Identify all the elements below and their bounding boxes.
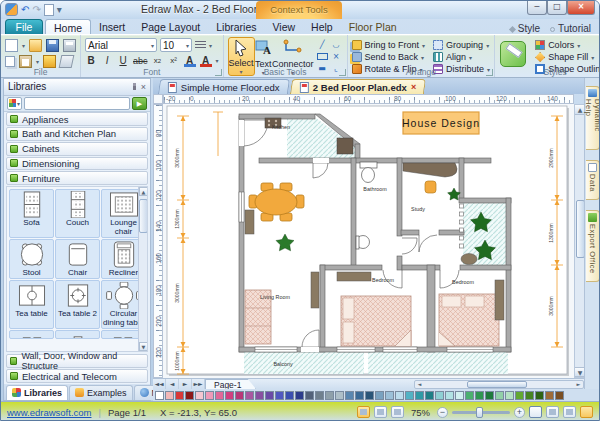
normal-view-icon[interactable] — [357, 406, 370, 418]
color-swatch[interactable] — [185, 391, 194, 400]
color-swatch[interactable] — [255, 391, 264, 400]
scrollbar-thumb[interactable] — [467, 381, 527, 388]
shape-tea-table-2[interactable]: Tea table 2 — [55, 280, 100, 329]
color-swatch[interactable] — [165, 391, 174, 400]
copy-icon[interactable] — [5, 56, 15, 67]
fit-page-icon[interactable] — [529, 406, 542, 418]
color-swatch[interactable] — [405, 391, 414, 400]
canvas-horizontal-scrollbar[interactable]: ◄ ► — [414, 380, 584, 389]
shape-fill-button[interactable]: Shape Fill▾ — [535, 52, 600, 62]
color-swatch[interactable] — [465, 391, 474, 400]
maximize-button[interactable]: □ — [547, 1, 567, 15]
zoom-in-button[interactable]: + — [514, 407, 525, 418]
file-menu-button[interactable]: File — [5, 19, 43, 34]
color-swatch[interactable] — [265, 391, 274, 400]
scroll-down-icon[interactable]: ▼ — [139, 342, 148, 351]
terrace-floor-hatch[interactable] — [368, 352, 508, 374]
library-search-input[interactable] — [24, 97, 130, 110]
superscript-button[interactable]: x² — [168, 56, 180, 65]
scroll-right-icon[interactable]: ► — [574, 381, 583, 387]
customize-toolbar-dropdown-icon[interactable]: ▾ — [57, 3, 62, 16]
subscript-button[interactable]: x2 — [152, 56, 164, 65]
tutorial-menu[interactable]: Tutorial — [550, 23, 591, 34]
dresser[interactable] — [337, 272, 371, 281]
color-swatch[interactable] — [195, 391, 204, 400]
font-color-button[interactable]: A — [200, 55, 212, 66]
line-tool-icon[interactable]: ╱ — [317, 40, 328, 50]
kitchen-counter[interactable] — [337, 138, 353, 154]
library-search-go-button[interactable]: ▶ — [132, 97, 147, 110]
color-swatch[interactable] — [395, 391, 404, 400]
shape-chair[interactable]: Chair — [55, 239, 100, 279]
tab-data[interactable]: Data — [586, 160, 600, 200]
zoom-slider-thumb[interactable] — [476, 407, 483, 418]
color-swatch[interactable] — [345, 391, 354, 400]
last-page-button[interactable]: ►► — [192, 379, 205, 389]
color-swatch[interactable] — [445, 391, 454, 400]
tab-help[interactable]: Help — [303, 19, 341, 34]
grouping-button[interactable]: Grouping▾ — [433, 40, 490, 50]
zoom-out-button[interactable]: − — [437, 407, 448, 418]
new-document-icon[interactable] — [5, 39, 18, 52]
edraw-logo-icon[interactable] — [5, 3, 18, 16]
color-swatch[interactable] — [305, 391, 314, 400]
color-swatch[interactable] — [175, 391, 184, 400]
minimize-button[interactable]: ─ — [527, 1, 547, 15]
color-swatch[interactable] — [545, 391, 554, 400]
shapes-scrollbar[interactable]: ▲ ▼ — [138, 187, 147, 351]
color-swatch[interactable] — [515, 391, 524, 400]
color-swatch[interactable] — [295, 391, 304, 400]
color-swatch[interactable] — [245, 391, 254, 400]
library-section-furniture[interactable]: Furniture — [6, 171, 148, 185]
color-swatch[interactable] — [425, 391, 434, 400]
color-swatch[interactable] — [225, 391, 234, 400]
color-swatch[interactable] — [525, 391, 534, 400]
color-swatch[interactable] — [365, 391, 374, 400]
color-swatch[interactable] — [235, 391, 244, 400]
pan-icon[interactable] — [563, 406, 576, 418]
library-section-appliances[interactable]: Appliances — [6, 112, 148, 126]
shape-couch[interactable]: Couch — [55, 189, 100, 238]
page-view-icon[interactable] — [374, 406, 387, 418]
bed-2[interactable] — [439, 294, 499, 346]
font-family-combo[interactable]: Arial▾ — [85, 38, 157, 52]
close-button[interactable]: × — [567, 1, 595, 15]
color-swatch[interactable] — [155, 391, 164, 400]
wardrobe[interactable] — [495, 280, 504, 320]
color-swatch[interactable] — [325, 391, 334, 400]
align-text-icon[interactable] — [195, 41, 206, 50]
bathroom-sink[interactable] — [356, 236, 370, 250]
color-swatch[interactable] — [285, 391, 294, 400]
pin-icon[interactable] — [133, 83, 136, 90]
color-swatch[interactable] — [555, 391, 564, 400]
send-to-back-button[interactable]: Send to Back▾ — [352, 52, 426, 62]
italic-button[interactable]: I — [101, 55, 113, 66]
tab-page-layout[interactable]: Page Layout — [133, 19, 208, 34]
arc-tool-icon[interactable]: ◡ — [331, 40, 342, 50]
color-swatch[interactable] — [385, 391, 394, 400]
library-picker-icon[interactable]: ▾ — [7, 97, 22, 110]
doc-close-icon[interactable]: × — [411, 82, 416, 92]
preview-icon[interactable] — [44, 4, 54, 16]
color-swatch[interactable] — [215, 391, 224, 400]
color-swatch[interactable] — [415, 391, 424, 400]
panel-close-icon[interactable]: × — [141, 82, 146, 92]
tab-view[interactable]: View — [265, 19, 304, 34]
tab-export-office[interactable]: Export Office — [586, 210, 600, 282]
color-swatch[interactable] — [355, 391, 364, 400]
patio-stool[interactable] — [461, 254, 477, 265]
arrange-dialog-launcher[interactable] — [486, 69, 493, 76]
edrawsoft-link[interactable]: www.edrawsoft.com — [7, 407, 91, 418]
color-swatch[interactable] — [275, 391, 284, 400]
study-chair[interactable] — [425, 181, 436, 193]
color-swatch[interactable] — [315, 391, 324, 400]
tab-floor-plan[interactable]: Floor Plan — [341, 19, 405, 34]
font-dialog-launcher[interactable] — [215, 69, 222, 76]
font-color-dropdown-icon[interactable]: ▾ — [216, 57, 219, 64]
delete-tool-icon[interactable]: × — [331, 52, 342, 62]
reading-view-icon[interactable] — [391, 406, 404, 418]
colors-button[interactable]: Colors▾ — [535, 40, 600, 50]
vertical-ruler[interactable]: 80100120140160180200220 — [153, 104, 163, 378]
basic-tools-dialog-launcher[interactable] — [339, 69, 346, 76]
scroll-left-icon[interactable]: ◄ — [415, 381, 424, 387]
